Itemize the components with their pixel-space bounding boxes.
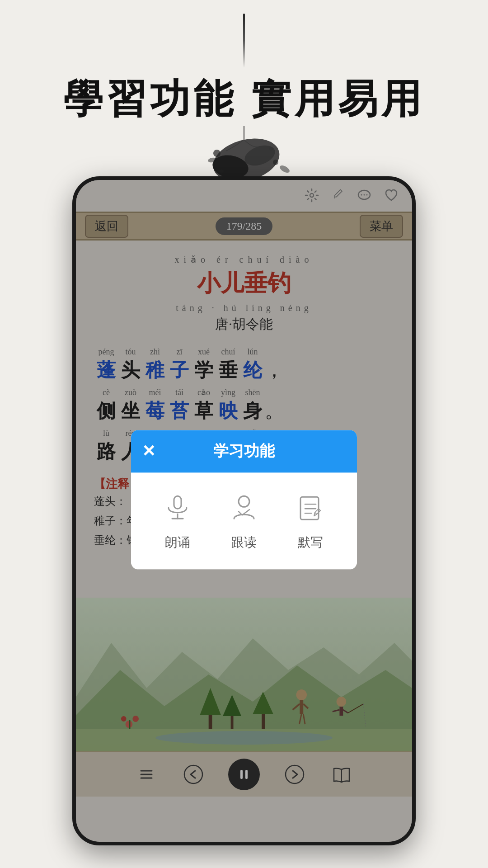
top-decoration-area: 學習功能 實用易用 bbox=[0, 0, 488, 190]
modal-body: 朗诵 跟读 bbox=[131, 472, 357, 569]
modal-overlay: ✕ 学习功能 朗诵 bbox=[76, 180, 412, 842]
recite-label: 朗诵 bbox=[165, 534, 190, 551]
ink-drop-top bbox=[243, 14, 245, 68]
svg-point-7 bbox=[219, 169, 224, 174]
dictation-icon bbox=[292, 491, 328, 527]
recite-item[interactable]: 朗诵 bbox=[160, 491, 196, 551]
follow-read-label: 跟读 bbox=[231, 534, 257, 551]
modal-title: 学习功能 bbox=[145, 441, 343, 462]
dictation-item[interactable]: 默写 bbox=[292, 491, 328, 551]
dictation-label: 默写 bbox=[298, 534, 323, 551]
svg-point-5 bbox=[273, 160, 278, 165]
svg-rect-50 bbox=[174, 496, 181, 509]
modal-close-button[interactable]: ✕ bbox=[142, 442, 155, 461]
modal-header: ✕ 学习功能 bbox=[131, 430, 357, 472]
svg-point-8 bbox=[279, 164, 291, 174]
svg-point-4 bbox=[213, 150, 221, 157]
main-title: 學習功能 實用易用 bbox=[63, 72, 425, 126]
learning-modal: ✕ 学习功能 朗诵 bbox=[131, 430, 357, 569]
recite-icon bbox=[160, 491, 196, 527]
follow-read-icon bbox=[226, 491, 262, 527]
phone-screen: 返回 179/285 菜单 xiǎo ér chuí diào 小儿垂钓 tán… bbox=[76, 180, 412, 842]
phone-mockup: 返回 179/285 菜单 xiǎo ér chuí diào 小儿垂钓 tán… bbox=[72, 176, 416, 845]
follow-read-item[interactable]: 跟读 bbox=[226, 491, 262, 551]
svg-point-53 bbox=[239, 496, 249, 507]
svg-point-6 bbox=[269, 147, 273, 151]
